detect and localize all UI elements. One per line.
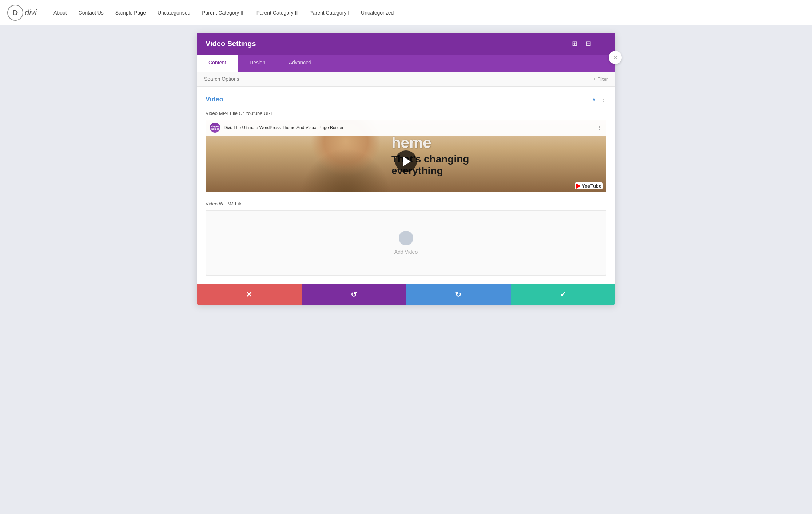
video-thumbnail[interactable]: elegantthemes Divi. The Ultimate WordPre… xyxy=(206,120,606,192)
youtube-text: YouTube xyxy=(582,183,601,189)
grid-view-icon[interactable]: ⊞ xyxy=(570,39,579,48)
cancel-button[interactable]: ✕ xyxy=(197,284,302,305)
youtube-logo: YouTube xyxy=(575,182,603,189)
split-view-icon[interactable]: ⊟ xyxy=(584,39,593,48)
reset-button[interactable]: ↺ xyxy=(302,284,406,305)
youtube-play-icon xyxy=(576,184,581,189)
action-bar: ✕ ↺ ↻ ✓ xyxy=(197,284,615,305)
tab-content[interactable]: Content xyxy=(197,55,238,72)
main-area: Video Settings ⊞ ⊟ ⋮ Content Design Adva… xyxy=(0,25,812,312)
nav-link-parent1[interactable]: Parent Category I xyxy=(303,7,355,19)
panel-wrapper: Video Settings ⊞ ⊟ ⋮ Content Design Adva… xyxy=(197,33,615,305)
nav-link-parent3[interactable]: Parent Category III xyxy=(196,7,251,19)
nav-links: About Contact Us Sample Page Uncategoris… xyxy=(48,7,399,19)
youtube-badge: YouTube xyxy=(575,182,603,189)
video-changing-text: That's changing xyxy=(391,153,601,165)
nav-link-sample[interactable]: Sample Page xyxy=(110,7,152,19)
section-more-icon[interactable]: ⋮ xyxy=(600,95,606,103)
video-everything-text: everything xyxy=(391,165,601,177)
add-video-area[interactable]: + Add Video xyxy=(206,210,606,276)
search-bar: + Filter xyxy=(197,72,615,87)
play-triangle-icon xyxy=(403,156,411,166)
panel-header: Video Settings ⊞ ⊟ ⋮ xyxy=(197,33,615,55)
logo-text: divi xyxy=(25,8,37,17)
collapse-icon[interactable]: ∧ xyxy=(592,96,596,103)
panel-header-icons: ⊞ ⊟ ⋮ xyxy=(570,39,606,48)
section-header: Video ∧ ⋮ xyxy=(206,95,606,103)
nav-link-uncategorized[interactable]: Uncategorized xyxy=(355,7,399,19)
panel-title: Video Settings xyxy=(206,40,256,48)
filter-button[interactable]: + Filter xyxy=(593,76,608,82)
tab-design[interactable]: Design xyxy=(238,55,277,72)
save-button[interactable]: ✓ xyxy=(511,284,616,305)
logo[interactable]: D divi xyxy=(7,5,37,21)
video-text-overlay: heme That's changing everything xyxy=(386,120,606,192)
tab-advanced[interactable]: Advanced xyxy=(277,55,323,72)
nav-link-about[interactable]: About xyxy=(48,7,73,19)
section-controls: ∧ ⋮ xyxy=(592,95,606,103)
panel-body: Video ∧ ⋮ Video MP4 File Or Youtube URL xyxy=(197,87,615,284)
more-options-icon[interactable]: ⋮ xyxy=(598,39,606,48)
webm-field-label: Video WEBM File xyxy=(206,201,606,206)
mp4-field-label: Video MP4 File Or Youtube URL xyxy=(206,111,606,116)
play-button[interactable] xyxy=(395,150,417,172)
section-title: Video xyxy=(206,96,223,103)
search-input[interactable] xyxy=(204,76,593,82)
nav-link-contact[interactable]: Contact Us xyxy=(73,7,110,19)
settings-panel: Video Settings ⊞ ⊟ ⋮ Content Design Adva… xyxy=(197,33,615,305)
logo-icon: D xyxy=(7,5,23,21)
add-video-button[interactable]: + xyxy=(399,231,413,245)
panel-tabs: Content Design Advanced xyxy=(197,55,615,72)
nav-link-uncategorised[interactable]: Uncategorised xyxy=(152,7,196,19)
video-big-text: heme xyxy=(391,135,601,150)
elegant-themes-logo: elegantthemes xyxy=(210,123,220,133)
add-video-label: Add Video xyxy=(394,249,418,255)
nav-link-parent2[interactable]: Parent Category II xyxy=(251,7,304,19)
panel-close-button[interactable]: ✕ xyxy=(609,51,622,64)
top-navigation: D divi About Contact Us Sample Page Unca… xyxy=(0,0,812,25)
redo-button[interactable]: ↻ xyxy=(406,284,511,305)
